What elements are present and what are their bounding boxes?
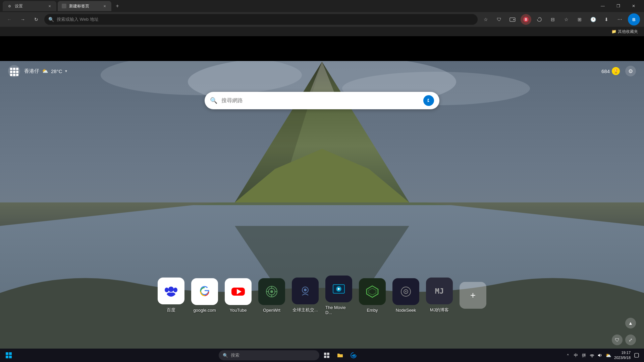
other-bookmarks-label: 其他收藏夹 xyxy=(618,29,638,35)
shortcut-nodeseek[interactable]: NodeSeek xyxy=(392,278,419,313)
baidu-label: 百度 xyxy=(167,307,175,313)
settings-tab[interactable]: ⚙ 设置 ✕ xyxy=(3,1,56,11)
favorites-collections-button[interactable]: ☆ xyxy=(561,14,572,25)
svg-point-20 xyxy=(168,287,174,292)
nodeseek-label: NodeSeek xyxy=(396,308,416,313)
more-button[interactable]: ⋯ xyxy=(614,14,625,25)
page-controls: 🛡 ⤢ xyxy=(612,335,636,345)
new-tab-page: 香港仔 ⛅ 28°C ▾ 684 🏆 ⚙ 🔍 xyxy=(0,48,644,349)
ntp-header: 香港仔 ⛅ 28°C ▾ 684 🏆 ⚙ xyxy=(0,61,644,81)
shortcut-google[interactable]: google.com xyxy=(191,278,218,313)
add-shortcut[interactable]: + xyxy=(460,282,486,309)
search-box[interactable]: 🔍 xyxy=(205,92,439,109)
expand-button[interactable]: ⤢ xyxy=(625,335,636,345)
history-button[interactable]: 🕐 xyxy=(588,14,598,25)
youtube-icon xyxy=(225,278,252,305)
grid-dot xyxy=(16,71,18,73)
newtab-tab-favicon xyxy=(62,4,66,8)
settings-tab-favicon: ⚙ xyxy=(7,3,12,9)
system-clock[interactable]: 19:17 2023/9/18 xyxy=(613,350,632,361)
new-tab-button[interactable]: + xyxy=(113,1,122,11)
notification-center-icon[interactable] xyxy=(633,352,640,359)
shortcut-mj-blog[interactable]: MJ MJ的博客 xyxy=(426,278,453,313)
tray-wifi-icon[interactable] xyxy=(589,352,595,359)
close-button[interactable]: ✕ xyxy=(626,0,641,12)
taskbar-taskview[interactable] xyxy=(321,349,333,361)
svg-rect-44 xyxy=(327,353,329,355)
svg-marker-35 xyxy=(369,288,376,295)
shield-button[interactable]: 🛡 xyxy=(494,14,504,25)
shortcut-global-exchange[interactable]: 全球主机交... xyxy=(292,278,319,313)
shortcut-openwrt[interactable]: OpenWrt xyxy=(258,278,285,313)
refresh-2-button[interactable] xyxy=(534,14,545,25)
apps-grid-button[interactable] xyxy=(8,65,20,77)
svg-marker-34 xyxy=(367,286,378,297)
points-value: 684 xyxy=(601,68,610,74)
google-icon xyxy=(191,278,218,305)
overlay-toggle[interactable]: ▲ xyxy=(625,318,636,328)
collapse-shortcuts-button[interactable]: ▲ xyxy=(625,318,636,328)
tray-volume-icon[interactable] xyxy=(597,352,603,359)
add-shortcut-button[interactable]: + xyxy=(460,282,486,309)
refresh-button[interactable]: ↻ xyxy=(31,14,42,25)
favorites-button[interactable]: ☆ xyxy=(480,14,491,25)
svg-rect-40 xyxy=(9,352,12,355)
split-screen-button[interactable]: ⊟ xyxy=(547,14,558,25)
minimize-button[interactable]: — xyxy=(595,0,610,12)
other-bookmarks[interactable]: 📁 其他收藏夹 xyxy=(609,28,640,35)
movie-db-label: The Movie D... xyxy=(325,305,352,315)
tray-ime-zh[interactable]: 中 xyxy=(573,352,579,359)
global-exchange-icon xyxy=(292,278,319,304)
start-button[interactable] xyxy=(3,349,15,361)
shortcut-baidu[interactable]: 百度 xyxy=(158,278,184,313)
tray-ime-pinyin[interactable]: 拼 xyxy=(581,352,587,359)
bing-copilot-button[interactable]: B xyxy=(628,13,640,25)
svg-rect-43 xyxy=(324,353,326,355)
grid-dot xyxy=(13,71,15,73)
address-bar[interactable]: 🔍 搜索或输入 Web 地址 xyxy=(44,14,478,25)
back-button[interactable]: ← xyxy=(4,14,15,25)
bing-search-button[interactable] xyxy=(423,95,434,106)
shortcut-emby[interactable]: Emby xyxy=(359,278,386,313)
taskbar-search-icon: 🔍 xyxy=(223,353,228,358)
svg-rect-48 xyxy=(635,353,639,357)
taskbar-right: ^ 中 拼 ⛅ 19:17 2023/9/18 xyxy=(560,350,644,361)
tray-hidden-icons[interactable]: ^ xyxy=(565,352,571,359)
shortcut-youtube[interactable]: YouTube xyxy=(225,278,252,313)
restore-button[interactable]: ❐ xyxy=(610,0,626,12)
svg-point-27 xyxy=(270,290,273,293)
svg-text:B: B xyxy=(525,18,527,21)
downloads-button[interactable]: ⬇ xyxy=(601,14,612,25)
location-weather-widget[interactable]: 香港仔 ⛅ 28°C ▾ xyxy=(24,68,67,74)
window-controls: — ❐ ✕ xyxy=(595,0,641,12)
points-display[interactable]: 684 🏆 xyxy=(601,67,620,75)
collections-button[interactable]: ⊞ xyxy=(574,14,585,25)
mj-blog-label: MJ的博客 xyxy=(430,307,449,313)
forward-button[interactable]: → xyxy=(17,14,28,25)
tray-weather-icon[interactable]: ⛅ xyxy=(605,352,611,359)
browser-chrome: ⚙ 设置 ✕ 新建标签页 ✕ + — ❐ ✕ ← → ↻ 🔍 搜索或输入 Web… xyxy=(0,0,644,36)
taskbar-edge[interactable] xyxy=(347,349,360,361)
weather-icon: ⛅ xyxy=(42,68,48,74)
settings-tab-close[interactable]: ✕ xyxy=(47,3,52,9)
newtab-tab[interactable]: 新建标签页 ✕ xyxy=(58,1,111,11)
svg-rect-41 xyxy=(6,356,8,358)
search-icon: 🔍 xyxy=(210,97,217,104)
grid-dot xyxy=(16,68,18,70)
ime-py-label: 拼 xyxy=(582,353,586,358)
shield-page-button[interactable]: 🛡 xyxy=(612,335,623,345)
newtab-tab-close[interactable]: ✕ xyxy=(102,3,107,9)
bing-chat-button[interactable]: B xyxy=(521,14,531,25)
chevron-down-icon: ▾ xyxy=(65,69,67,73)
shortcuts-container: 百度 google.com YouTube xyxy=(158,276,486,315)
taskbar-file-explorer[interactable] xyxy=(334,349,346,361)
taskbar-search[interactable]: 🔍 搜索 xyxy=(219,350,319,360)
ntp-settings-button[interactable]: ⚙ xyxy=(625,66,636,76)
openwrt-icon xyxy=(258,278,285,305)
wallet-button[interactable] xyxy=(507,14,518,25)
emby-label: Emby xyxy=(367,308,378,313)
shortcut-movie-db[interactable]: The Movie D... xyxy=(325,276,352,315)
svg-rect-46 xyxy=(327,356,329,358)
svg-rect-42 xyxy=(9,356,12,358)
search-input[interactable] xyxy=(221,98,419,104)
